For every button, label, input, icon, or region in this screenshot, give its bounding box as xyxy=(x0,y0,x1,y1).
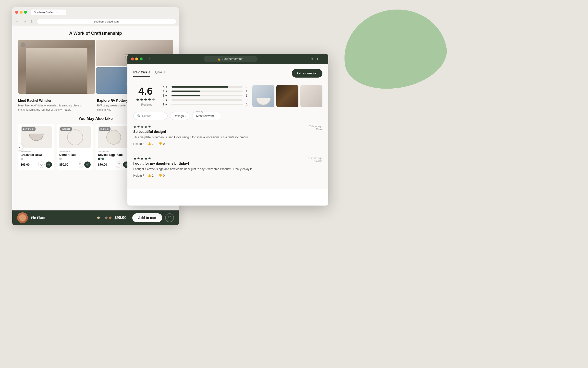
plate-icon-2 xyxy=(67,129,83,145)
sort-chevron: ▾ xyxy=(215,115,217,117)
review-photo-3[interactable] xyxy=(300,85,322,107)
tab-close-btn[interactable]: ✕ xyxy=(56,11,58,13)
ask-question-button[interactable]: Ask a question xyxy=(292,69,322,78)
ind-dot-1[interactable] xyxy=(97,217,100,219)
titlebar-back: Southern Crafted ✕ + xyxy=(12,7,179,17)
review-header-1: ★ ★ ★ ★ ★ So beautiful design! This pie … xyxy=(133,125,322,146)
review-author-1: Carol xyxy=(309,128,322,131)
head-shape xyxy=(21,42,25,47)
url-bar-container: 🔒 Southerncrafted xyxy=(153,56,307,62)
share-btn[interactable]: ⬆ xyxy=(316,57,319,61)
front-content: Reviews 4 Q&A 2 Ask a question 4.6 ★ ★ ★… xyxy=(127,64,328,189)
rating-stars-row: ★ ★ ★ ★ ★ xyxy=(133,97,158,102)
add-to-cart-button[interactable]: Add to cart xyxy=(132,213,162,222)
color-dot-3b[interactable] xyxy=(101,158,104,160)
review-photo-1[interactable] xyxy=(252,85,274,107)
helpful-label-1: Helpful? xyxy=(133,142,144,146)
r-star-1-5: ★ xyxy=(148,125,151,129)
product-price-2: $50.00 xyxy=(59,163,68,166)
color-dot-3a[interactable] xyxy=(98,158,100,160)
bar-count-2: 0 xyxy=(245,98,247,102)
maximize-dot[interactable] xyxy=(24,11,27,14)
reload-btn[interactable]: ↻ xyxy=(310,57,313,61)
close-dot-front[interactable] xyxy=(131,58,134,60)
reviews-overview: 4.6 ★ ★ ★ ★ ★ 4 Reviews 5 ★ 2 xyxy=(133,85,322,107)
wishlist-btn-1[interactable]: ♡ xyxy=(38,161,45,168)
rating-score: 4.6 xyxy=(133,86,158,96)
tab-qna[interactable]: Q&A 2 xyxy=(155,70,165,77)
lock-icon: 🔒 xyxy=(218,58,221,61)
bar-row-1: 1 ★ 0 xyxy=(163,103,247,106)
r-star-1-1: ★ xyxy=(133,125,136,129)
helpful-no-2[interactable]: 👎 0 xyxy=(157,173,166,178)
helpful-yes-2[interactable]: 👍 2 xyxy=(146,173,155,178)
product-card-1: Low Stock Serveware Breakfast Bowl $66.0… xyxy=(18,124,54,170)
search-filter[interactable]: 🔍 Search xyxy=(133,112,168,120)
product-name-2: Dinner Plate xyxy=(59,153,91,157)
back-btn-front[interactable]: ‹ xyxy=(147,56,151,62)
pie-plate-inner xyxy=(19,214,26,222)
add-cart-btn-1[interactable]: 🛒 xyxy=(46,161,52,168)
product-price-1: $66.00 xyxy=(21,163,30,166)
product-price-3: $70.00 xyxy=(98,163,107,166)
star-3: ★ xyxy=(144,97,147,102)
helpful-no-1[interactable]: 👎 0 xyxy=(157,142,166,146)
maximize-dot-front[interactable] xyxy=(140,58,143,60)
close-dot[interactable] xyxy=(15,11,18,14)
wishlist-button[interactable]: ♡ xyxy=(165,213,174,222)
refresh-button[interactable]: ↻ xyxy=(29,19,34,24)
add-cart-btn-2[interactable]: 🛒 xyxy=(84,161,91,168)
review-date-1: 2 days ago xyxy=(309,125,322,128)
url-input-back[interactable]: southerncrafted.com xyxy=(36,19,176,24)
bar-count-4: 1 xyxy=(245,90,247,93)
craftsman-image xyxy=(18,40,95,94)
ind-dot-4[interactable] xyxy=(109,217,111,219)
egg-plate-icon-3 xyxy=(106,130,121,145)
review-left-1: ★ ★ ★ ★ ★ So beautiful design! This pie … xyxy=(133,125,250,146)
tab-reviews[interactable]: Reviews 4 xyxy=(133,70,150,77)
minimize-dot[interactable] xyxy=(20,11,23,14)
url-bar-front[interactable]: 🔒 Southerncrafted xyxy=(204,56,257,62)
color-indicators xyxy=(97,217,111,219)
product-footer-1: $66.00 ♡ 🛒 xyxy=(21,161,52,168)
r-star-2-1: ★ xyxy=(133,157,136,161)
review-title-2: I got it for my daughter's birthday! xyxy=(133,161,253,165)
minimize-dot-front[interactable] xyxy=(135,58,138,60)
bar-label-3: 3 ★ xyxy=(163,94,170,97)
helpful-row-1: Helpful? 👍 2 👎 0 xyxy=(133,142,250,146)
r-star-2-4: ★ xyxy=(144,157,147,161)
bar-fill-5 xyxy=(172,86,228,88)
ind-dot-2[interactable] xyxy=(101,217,104,219)
reviews-count-tab: 4 xyxy=(148,71,150,74)
sort-dropdown[interactable]: Sort By Most relevant ▾ xyxy=(193,112,220,120)
stock-badge-1: Low Stock xyxy=(22,127,36,131)
product-name-3: Deviled Egg Plate xyxy=(98,153,129,157)
forward-button[interactable]: → xyxy=(22,19,27,24)
bar-count-5: 2 xyxy=(245,85,247,89)
review-photo-2[interactable] xyxy=(276,85,298,107)
back-button[interactable]: ← xyxy=(15,19,20,24)
wishlist-btn-3[interactable]: ♡ xyxy=(116,161,122,168)
tab-group: Reviews 4 Q&A 2 xyxy=(133,70,165,77)
new-tab-btn-front[interactable]: + xyxy=(322,57,324,61)
qna-count-tab: 2 xyxy=(163,71,165,74)
ratings-dropdown[interactable]: Ratings ▾ xyxy=(170,112,190,120)
new-tab-btn[interactable]: + xyxy=(61,11,63,14)
review-text-2: I bought it 4 weeks ago and now come bac… xyxy=(133,167,253,172)
browser-tab[interactable]: Southern Crafted ✕ + xyxy=(31,10,66,15)
review-header-2: ★ ★ ★ ★ ★ I got it for my daughter's bir… xyxy=(133,157,322,178)
color-dot-2[interactable] xyxy=(59,158,62,160)
ind-dot-3[interactable] xyxy=(105,217,108,219)
bar-row-4: 4 ★ 1 xyxy=(163,90,247,93)
urlbar-back: ← → ↻ southerncrafted.com xyxy=(12,17,179,26)
review-meta-2: 1 month ago Nicolas xyxy=(307,157,322,162)
bar-star-3: ★ xyxy=(165,94,168,97)
wishlist-btn-2[interactable]: ♡ xyxy=(77,161,83,168)
bar-label-5: 5 ★ xyxy=(163,85,170,89)
color-dot-1[interactable] xyxy=(21,158,23,160)
helpful-yes-1[interactable]: 👍 2 xyxy=(146,142,155,146)
reviews-tabs-row: Reviews 4 Q&A 2 Ask a question xyxy=(133,69,322,80)
bar-track-2 xyxy=(172,99,243,101)
bar-fill-3 xyxy=(172,95,200,96)
review-stars-1: ★ ★ ★ ★ ★ xyxy=(133,125,250,129)
